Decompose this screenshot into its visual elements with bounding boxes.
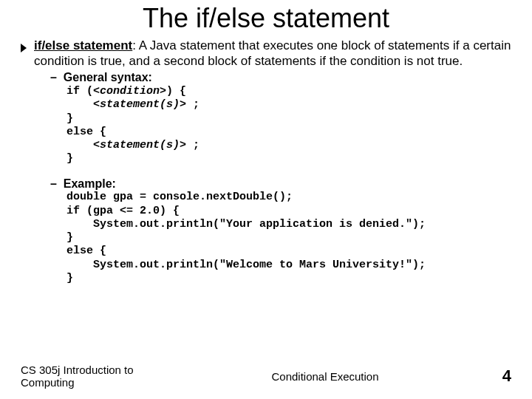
footer-page-number: 4 [488, 366, 532, 386]
example-heading: – Example: [50, 177, 517, 191]
footer-topic: Conditional Execution [163, 370, 488, 383]
footer-course: CS 305j Introduction to Computing [0, 364, 163, 389]
syntax-block: – General syntax: if (<condition>) { <st… [50, 70, 517, 166]
endash-icon: – [50, 177, 64, 190]
slide-title: The if/else statement [0, 0, 532, 38]
endash-icon: – [50, 71, 64, 83]
example-heading-text: Example: [64, 177, 116, 190]
definition-text: if/else statement: A Java statement that… [34, 38, 517, 69]
slide-footer: CS 305j Introduction to Computing Condit… [0, 364, 532, 389]
slide-body: if/else statement: A Java statement that… [0, 38, 532, 285]
example-block: – Example: double gpa = console.nextDoub… [50, 177, 517, 286]
definition-bullet: if/else statement: A Java statement that… [21, 38, 517, 69]
example-code: double gpa = console.nextDouble(); if (g… [66, 191, 517, 285]
syntax-heading: – General syntax: [50, 70, 517, 85]
syntax-code: if (<condition>) { <statement(s)> ; } el… [66, 85, 517, 166]
syntax-heading-text: General syntax: [64, 71, 152, 83]
definition-term: if/else statement [34, 38, 132, 52]
bullet-icon [21, 41, 28, 57]
